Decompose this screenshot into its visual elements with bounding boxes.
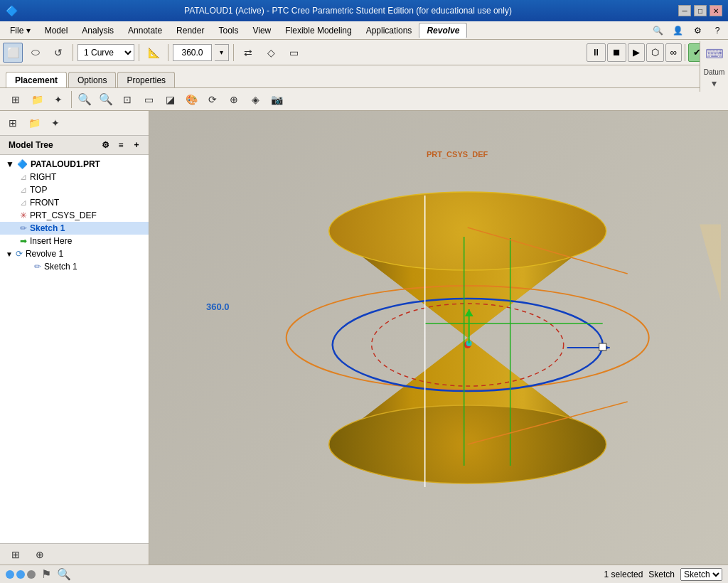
- sidebar-tree-icon[interactable]: ⊞: [3, 113, 23, 133]
- tb-sep3: [168, 44, 168, 61]
- sketch-rectangle-btn[interactable]: ⬜: [3, 43, 23, 63]
- preview-btn[interactable]: ▶: [628, 43, 645, 62]
- refit-btn[interactable]: ⊕: [224, 90, 244, 109]
- tree-item-sketch1b[interactable]: ✏ Sketch 1: [0, 260, 149, 273]
- camera-btn[interactable]: 📷: [267, 90, 287, 109]
- main-toolbar: ⬜ ⬭ ↺ 1 Curve 📐 ▾ ⇄ ◇ ▭ ⏸ ⏹ ▶ ⬡ ∞ ✔ ✕ ⌨ …: [0, 40, 728, 65]
- viewport[interactable]: PRT_CSYS_DEF 360.0: [149, 111, 728, 565]
- menu-view[interactable]: View: [245, 23, 278, 38]
- sidebar-bottom-icon1[interactable]: ⊞: [6, 545, 26, 565]
- plane-icon-front: ⊿: [20, 198, 27, 208]
- menu-model[interactable]: Model: [38, 23, 75, 38]
- tb-sep2: [139, 44, 139, 61]
- shading-btn[interactable]: 🎨: [181, 90, 201, 109]
- sidebar-folder-icon[interactable]: 📁: [24, 113, 44, 133]
- rotate-btn[interactable]: ↺: [48, 43, 68, 63]
- tree-item-sketch1[interactable]: ✏ Sketch 1: [0, 222, 149, 235]
- view-2d-btn[interactable]: ▭: [139, 90, 159, 109]
- menu-revolve[interactable]: Revolve: [419, 23, 467, 38]
- window-title: PATALOUD1 (Active) - PTC Creo Parametric…: [18, 6, 678, 16]
- main-content: ⊞ 📁 ✦ Model Tree ⚙ ≡ + ▼ 🔷 PATALOUD1.PRT…: [0, 111, 728, 565]
- status-dropdown[interactable]: Sketch: [680, 568, 722, 581]
- sub-toolbar: Placement Options Properties: [0, 65, 728, 88]
- menu-file[interactable]: File ▾: [3, 23, 38, 38]
- datum-arrow[interactable]: ▾: [712, 77, 717, 89]
- tree-item-insert[interactable]: ➡ Insert Here: [0, 235, 149, 247]
- window-controls[interactable]: ─ □ ✕: [678, 5, 722, 16]
- angle-dropdown[interactable]: ▾: [215, 44, 229, 61]
- tree-item-csys-label: PRT_CSYS_DEF: [30, 210, 97, 220]
- chain-btn[interactable]: ∞: [665, 43, 682, 62]
- toolbar2: ⊞ 📁 ✦ 🔍 🔍 ⊡ ▭ ◪ 🎨 ⟳ ⊕ ◈ 📷: [0, 88, 728, 111]
- menu-analysis[interactable]: Analysis: [75, 23, 121, 38]
- root-expand-icon: ▼: [6, 159, 14, 169]
- status-dots: [6, 570, 36, 579]
- folder-icon[interactable]: 📁: [27, 90, 47, 109]
- tab-properties[interactable]: Properties: [117, 72, 175, 87]
- help-icon[interactable]: ?: [710, 23, 725, 38]
- star-icon[interactable]: ✦: [48, 90, 68, 109]
- tree-item-right[interactable]: ⊿ RIGHT: [0, 171, 149, 183]
- tb-sep5: [685, 44, 685, 61]
- status-dot-1: [6, 570, 14, 579]
- settings-icon[interactable]: ⚙: [690, 23, 705, 38]
- menu-bar: File ▾ Model Analysis Annotate Render To…: [0, 21, 728, 40]
- tab-options[interactable]: Options: [68, 72, 116, 87]
- cap-ends-btn[interactable]: ▭: [284, 43, 304, 63]
- menubar-right: 🔍 👤 ⚙ ?: [650, 23, 725, 38]
- stop-button[interactable]: ⏹: [607, 43, 626, 62]
- sidebar-top-icons: ⊞ 📁 ✦: [0, 111, 149, 136]
- tree-item-sketch1-label: Sketch 1: [30, 223, 65, 233]
- zoom-fit-btn[interactable]: ⊡: [117, 90, 137, 109]
- sidebar-header-icons: ⚙ ≡ +: [99, 139, 143, 151]
- mirror-btn[interactable]: ◇: [261, 43, 281, 63]
- tab-placement[interactable]: Placement: [6, 72, 67, 87]
- repaint-btn[interactable]: ⟳: [203, 90, 223, 109]
- datum-panel: ⌨ Datum ▾: [700, 41, 728, 92]
- tree-item-revolve1[interactable]: ▼ ⟳ Revolve 1: [0, 247, 149, 260]
- status-sketch-text: Sketch: [648, 569, 675, 579]
- sketch-circle-btn[interactable]: ⬭: [26, 43, 46, 63]
- 3d-view-btn[interactable]: ⬡: [646, 43, 664, 62]
- curve-select[interactable]: 1 Curve: [77, 44, 134, 61]
- angle-input[interactable]: [173, 44, 212, 61]
- sidebar-bottom-icon2[interactable]: ⊕: [30, 545, 50, 565]
- pause-button[interactable]: ⏸: [587, 43, 606, 62]
- zoom-out-btn[interactable]: 🔍: [96, 90, 116, 109]
- tree-item-front[interactable]: ⊿ FRONT: [0, 196, 149, 209]
- revolve-icon: ⟳: [16, 249, 23, 259]
- view3d-btn[interactable]: ◈: [245, 90, 265, 109]
- menu-tools[interactable]: Tools: [211, 23, 245, 38]
- menu-applications[interactable]: Applications: [359, 23, 419, 38]
- status-selected-text: 1 selected: [604, 569, 643, 579]
- insert-icon: ➡: [20, 236, 27, 246]
- status-search-icon[interactable]: 🔍: [57, 567, 71, 581]
- restore-button[interactable]: □: [694, 5, 707, 16]
- tree-item-root[interactable]: ▼ 🔷 PATALOUD1.PRT: [0, 158, 149, 171]
- plane-icon-right: ⊿: [20, 172, 27, 182]
- tree-icon[interactable]: ⊞: [6, 90, 26, 109]
- status-dot-2: [16, 570, 25, 579]
- menu-render[interactable]: Render: [169, 23, 211, 38]
- sidebar-star-icon[interactable]: ✦: [46, 113, 65, 133]
- sidebar-add-icon[interactable]: +: [130, 139, 143, 151]
- sidebar-settings-icon[interactable]: ⚙: [99, 139, 112, 151]
- sidebar-header: Model Tree ⚙ ≡ +: [0, 136, 149, 155]
- sidebar-filter-icon[interactable]: ≡: [114, 139, 127, 151]
- search-icon[interactable]: 🔍: [650, 23, 665, 38]
- 3d-canvas[interactable]: [149, 111, 728, 565]
- measure-icon[interactable]: 📐: [144, 43, 164, 63]
- menu-annotate[interactable]: Annotate: [121, 23, 169, 38]
- tree-item-top[interactable]: ⊿ TOP: [0, 183, 149, 196]
- zoom-in-btn[interactable]: 🔍: [75, 90, 95, 109]
- revolve-expand-icon: ▼: [6, 250, 13, 258]
- section-btn[interactable]: ◪: [160, 90, 180, 109]
- menu-flexible-modeling[interactable]: Flexible Modeling: [278, 23, 358, 38]
- tree-item-csys[interactable]: ✳ PRT_CSYS_DEF: [0, 209, 149, 222]
- datum-icon[interactable]: ⌨: [705, 44, 724, 64]
- minimize-button[interactable]: ─: [678, 5, 691, 16]
- close-button[interactable]: ✕: [710, 5, 722, 16]
- axis-flip-btn[interactable]: ⇄: [238, 43, 258, 63]
- tree-item-insert-label: Insert Here: [30, 236, 72, 246]
- user-icon[interactable]: 👤: [670, 23, 685, 38]
